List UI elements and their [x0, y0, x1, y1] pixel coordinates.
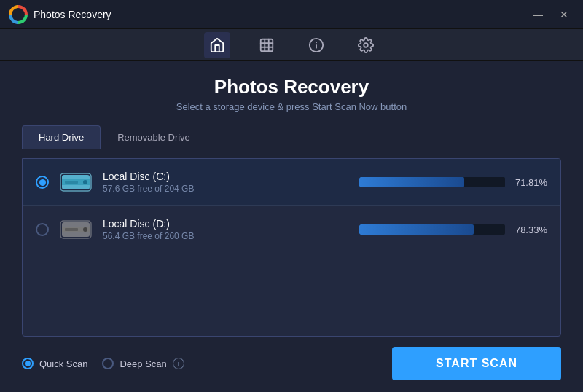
- drive-name-d: Local Disc (D:): [103, 218, 359, 230]
- svg-point-14: [83, 180, 87, 184]
- drive-name-c: Local Disc (C:): [103, 170, 359, 182]
- drive-tabs: Hard Drive Removable Drive: [22, 125, 561, 149]
- tab-removable-drive[interactable]: Removable Drive: [101, 125, 207, 149]
- scan-icon[interactable]: [254, 32, 280, 58]
- info-icon[interactable]: [303, 32, 329, 58]
- app-logo: [9, 5, 28, 24]
- quick-scan-radio[interactable]: [22, 358, 34, 369]
- hdd-icon-d: [59, 216, 93, 243]
- scan-options: Quick Scan Deep Scan i: [22, 358, 392, 369]
- tab-hard-drive[interactable]: Hard Drive: [22, 125, 101, 149]
- progress-fill-d: [359, 224, 474, 235]
- hdd-icon-c: [59, 169, 93, 195]
- quick-scan-option[interactable]: Quick Scan: [22, 358, 87, 369]
- drive-size-d: 56.4 GB free of 260 GB: [103, 231, 359, 241]
- start-scan-button[interactable]: START SCAN: [392, 347, 561, 380]
- drive-item-c[interactable]: Local Disc (C:) 57.6 GB free of 204 GB 7…: [23, 159, 560, 206]
- svg-point-19: [83, 227, 87, 232]
- drive-size-c: 57.6 GB free of 204 GB: [103, 184, 359, 194]
- deep-scan-radio[interactable]: [102, 358, 114, 369]
- deep-scan-label: Deep Scan: [120, 358, 166, 369]
- quick-scan-label: Quick Scan: [39, 358, 87, 369]
- svg-point-1: [15, 12, 21, 17]
- drive-usage-c: 71.81%: [359, 177, 547, 188]
- svg-rect-20: [65, 228, 78, 231]
- progress-bg-d: [359, 224, 505, 235]
- settings-icon[interactable]: [353, 32, 379, 58]
- deep-scan-option[interactable]: Deep Scan i: [102, 358, 184, 369]
- progress-bg-c: [359, 177, 505, 187]
- drive-info-d: Local Disc (D:) 56.4 GB free of 260 GB: [103, 218, 359, 241]
- window-controls: — ✕: [528, 7, 574, 22]
- drive-radio-c[interactable]: [36, 176, 49, 189]
- home-icon[interactable]: [204, 32, 230, 58]
- title-bar: Photos Recovery — ✕: [0, 0, 583, 29]
- deep-scan-info-icon[interactable]: i: [173, 358, 184, 369]
- main-content: Photos Recovery Select a storage device …: [0, 61, 583, 392]
- drive-list: Local Disc (C:) 57.6 GB free of 204 GB 7…: [22, 158, 561, 337]
- app-title: Photos Recovery: [34, 9, 528, 20]
- svg-rect-2: [261, 39, 273, 51]
- page-subtitle: Select a storage device & press Start Sc…: [22, 101, 561, 112]
- usage-pct-c: 71.81%: [512, 177, 547, 188]
- page-title: Photos Recovery: [22, 76, 561, 98]
- progress-fill-c: [359, 177, 464, 187]
- minimize-button[interactable]: —: [528, 7, 548, 22]
- usage-pct-d: 78.33%: [512, 224, 547, 235]
- close-button[interactable]: ✕: [554, 7, 574, 22]
- svg-rect-15: [65, 181, 78, 184]
- svg-point-10: [364, 43, 368, 47]
- drive-usage-d: 78.33%: [359, 224, 547, 235]
- drive-radio-d[interactable]: [36, 223, 49, 236]
- drive-info-c: Local Disc (C:) 57.6 GB free of 204 GB: [103, 170, 359, 194]
- drive-item-d[interactable]: Local Disc (D:) 56.4 GB free of 260 GB 7…: [23, 206, 560, 253]
- bottom-controls: Quick Scan Deep Scan i START SCAN: [22, 347, 561, 380]
- toolbar: [0, 29, 583, 61]
